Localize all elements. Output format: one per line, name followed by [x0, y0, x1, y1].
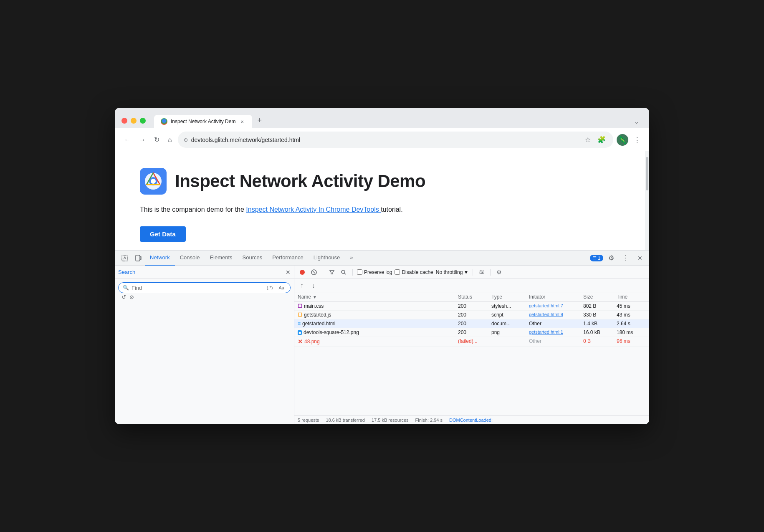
cell-type: stylesh... [491, 303, 529, 309]
cell-time: 43 ms [617, 312, 646, 318]
url-bar[interactable]: ⊙ devtools.glitch.me/network/getstarted.… [178, 132, 613, 148]
search-sidebar: Search ✕ 🔍 (.*) Aa ↺ ⊘ [115, 266, 294, 424]
more-button[interactable]: ⋮ [632, 134, 643, 146]
reload-button[interactable]: ↻ [152, 134, 162, 145]
devtools-settings-button[interactable]: ⚙ [605, 252, 617, 263]
tab-elements[interactable]: Elements [205, 251, 237, 266]
svg-point-9 [342, 270, 345, 274]
table-row[interactable]: ■ devtools-square-512.png 200 png getsta… [294, 328, 649, 337]
cell-initiator: Other [529, 321, 583, 327]
js-file-icon: ☐ [298, 312, 302, 318]
cell-initiator: getstarted.html:1 [529, 329, 583, 335]
cell-size: 802 B [583, 303, 617, 309]
col-time: Time [617, 294, 646, 300]
search-label: Search [118, 269, 135, 275]
table-row[interactable]: ☐ main.css 200 stylesh... getstarted.htm… [294, 302, 649, 311]
filter-icon [329, 269, 335, 275]
network-toolbar: Preserve log Disable cache No throttling… [294, 266, 649, 279]
cell-size: 330 B [583, 312, 617, 318]
badge-count: 1 [598, 256, 600, 261]
network-filter-bar: ↑ ↓ [294, 279, 649, 292]
regex-button[interactable]: (.*) [265, 284, 275, 291]
tab-dropdown-button[interactable]: ⌄ [631, 115, 643, 128]
network-panel: Search ✕ 🔍 (.*) Aa ↺ ⊘ [115, 266, 649, 424]
cell-type: docum... [491, 321, 529, 327]
cell-time: 2.64 s [617, 321, 646, 327]
col-initiator: Initiator [529, 294, 583, 300]
new-tab-button[interactable]: + [254, 113, 265, 128]
col-type: Type [491, 294, 529, 300]
get-data-button[interactable]: Get Data [140, 226, 186, 242]
tab-more[interactable]: » [345, 251, 358, 266]
bookmark-button[interactable]: ☆ [583, 134, 592, 145]
case-button[interactable]: Aa [277, 284, 286, 291]
minimize-button[interactable] [131, 118, 137, 124]
table-row[interactable]: ☐ getstarted.js 200 script getstarted.ht… [294, 311, 649, 319]
css-file-icon: ☐ [298, 303, 302, 309]
domcontent-link[interactable]: DOMContentLoaded: [449, 418, 493, 423]
html-file-icon: ≡ [298, 321, 301, 327]
home-button[interactable]: ⌂ [165, 134, 175, 145]
tab-title: Inspect Network Activity Dem [171, 119, 235, 124]
tab-close-button[interactable]: ✕ [239, 118, 245, 125]
filter-button[interactable] [327, 269, 336, 276]
cell-size: 0 B [583, 338, 617, 345]
cell-size: 1.4 kB [583, 321, 617, 327]
separator-4 [490, 269, 491, 276]
search-close-button[interactable]: ✕ [286, 269, 291, 276]
devtools-close-button[interactable]: ✕ [634, 253, 646, 263]
device-icon [135, 255, 142, 261]
maximize-button[interactable] [140, 118, 146, 124]
disable-cache-label[interactable]: Disable cache [395, 269, 433, 275]
tab-network[interactable]: Network [145, 251, 175, 266]
preserve-log-checkbox[interactable] [357, 269, 362, 275]
network-main: Preserve log Disable cache No throttling… [294, 266, 649, 424]
cell-status: 200 [458, 329, 491, 335]
wifi-button[interactable]: ≋ [477, 267, 486, 277]
svg-point-2 [151, 179, 156, 184]
close-button[interactable] [121, 118, 127, 124]
tab-sources[interactable]: Sources [238, 251, 268, 266]
clear-button[interactable] [309, 269, 319, 276]
tab-performance[interactable]: Performance [267, 251, 308, 266]
devtools-more-button[interactable]: ⋮ [619, 252, 632, 263]
desc-before: This is the companion demo for the [140, 206, 246, 213]
import-button[interactable]: ↑ [298, 281, 306, 290]
window-controls [121, 118, 146, 124]
search-button[interactable] [339, 269, 348, 276]
tab-favicon-icon [161, 118, 167, 125]
network-settings-button[interactable]: ⚙ [495, 268, 503, 276]
network-table: Name ▼ Status Type Initiator Size Time ☐ [294, 292, 649, 415]
tab-console[interactable]: Console [175, 251, 205, 266]
page-title: Inspect Network Activity Demo [175, 171, 425, 191]
table-row[interactable]: ≡ getstarted.html 200 docum... Other 1.4… [294, 319, 649, 328]
search-input-row: 🔍 (.*) Aa ↺ ⊘ [115, 279, 294, 304]
record-icon [299, 269, 305, 275]
throttle-selector[interactable]: No throttling ▼ [436, 269, 469, 275]
table-row[interactable]: ✕ 48.png (failed)... Other 0 B 96 ms [294, 337, 649, 347]
export-button[interactable]: ↓ [309, 281, 318, 290]
network-statusbar: 5 requests 18.6 kB transferred 17.5 kB r… [294, 415, 649, 424]
record-button[interactable] [298, 269, 307, 276]
page-scrollbar[interactable] [645, 151, 649, 250]
search-input[interactable] [132, 285, 263, 291]
device-toolbar-button[interactable] [132, 253, 145, 263]
chrome-devtools-logo [140, 168, 167, 195]
forward-button[interactable]: → [137, 134, 148, 145]
inspect-element-button[interactable] [118, 253, 132, 263]
profile-button[interactable]: 🦎 [617, 134, 628, 146]
cell-size: 16.0 kB [583, 329, 617, 335]
tab-lighthouse[interactable]: Lighthouse [309, 251, 345, 266]
extension-button[interactable]: 🧩 [596, 134, 607, 145]
cell-name: ☐ main.css [298, 303, 458, 309]
disable-cache-checkbox[interactable] [395, 269, 400, 275]
cell-status: 200 [458, 312, 491, 318]
cell-initiator: getstarted.html:9 [529, 312, 583, 318]
search-refresh-button[interactable]: ↺ [121, 294, 126, 300]
back-button[interactable]: ← [121, 134, 133, 145]
devtools-tabs-bar: Network Console Elements Sources Perform… [115, 251, 649, 266]
active-tab[interactable]: Inspect Network Activity Dem ✕ [154, 115, 252, 128]
preserve-log-label[interactable]: Preserve log [357, 269, 392, 275]
search-cancel-button[interactable]: ⊘ [129, 294, 134, 300]
devtools-link[interactable]: Inspect Network Activity In Chrome DevTo… [246, 206, 381, 213]
